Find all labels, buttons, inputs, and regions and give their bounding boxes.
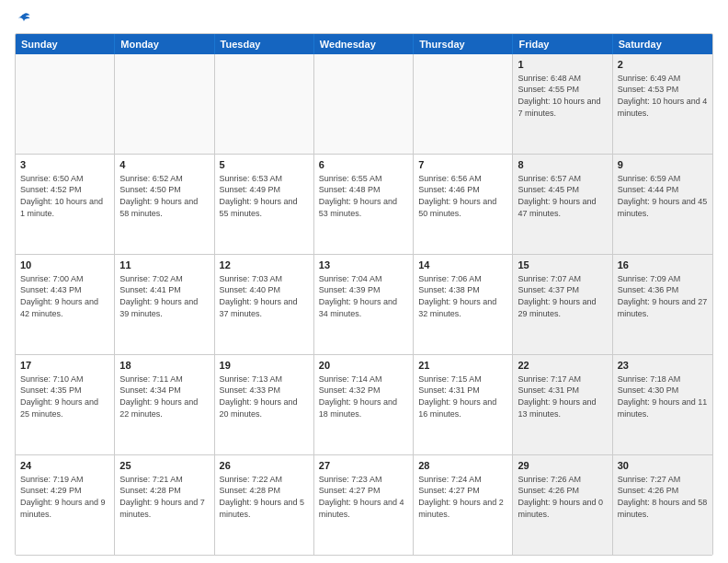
weekday-header-wednesday: Wednesday bbox=[314, 34, 414, 54]
day-number: 16 bbox=[618, 259, 708, 272]
calendar-cell-r3-c0: 17Sunrise: 7:10 AM Sunset: 4:35 PM Dayli… bbox=[16, 355, 115, 454]
calendar-cell-r0-c2 bbox=[215, 54, 314, 154]
calendar-cell-r4-c1: 25Sunrise: 7:21 AM Sunset: 4:28 PM Dayli… bbox=[115, 455, 214, 555]
weekday-header-monday: Monday bbox=[115, 34, 214, 54]
day-number: 27 bbox=[319, 459, 408, 473]
day-info: Sunrise: 7:18 AM Sunset: 4:30 PM Dayligh… bbox=[618, 373, 708, 419]
day-number: 7 bbox=[418, 158, 507, 172]
day-info: Sunrise: 7:10 AM Sunset: 4:35 PM Dayligh… bbox=[20, 373, 109, 419]
day-info: Sunrise: 6:55 AM Sunset: 4:48 PM Dayligh… bbox=[319, 173, 408, 219]
calendar-cell-r0-c3 bbox=[314, 54, 414, 154]
day-number: 24 bbox=[20, 459, 109, 473]
day-info: Sunrise: 7:09 AM Sunset: 4:36 PM Dayligh… bbox=[618, 273, 708, 319]
day-number: 22 bbox=[518, 359, 607, 373]
weekday-header-friday: Friday bbox=[513, 34, 612, 54]
calendar-cell-r4-c2: 26Sunrise: 7:22 AM Sunset: 4:28 PM Dayli… bbox=[215, 455, 314, 555]
day-number: 1 bbox=[518, 58, 607, 72]
day-number: 21 bbox=[418, 359, 507, 373]
calendar-cell-r2-c1: 11Sunrise: 7:02 AM Sunset: 4:41 PM Dayli… bbox=[115, 255, 214, 354]
day-number: 9 bbox=[618, 158, 708, 172]
day-number: 14 bbox=[418, 259, 507, 272]
day-info: Sunrise: 6:53 AM Sunset: 4:49 PM Dayligh… bbox=[220, 173, 309, 219]
calendar-cell-r3-c3: 20Sunrise: 7:14 AM Sunset: 4:32 PM Dayli… bbox=[314, 355, 414, 454]
day-info: Sunrise: 6:59 AM Sunset: 4:44 PM Dayligh… bbox=[618, 173, 708, 219]
calendar-cell-r1-c6: 9Sunrise: 6:59 AM Sunset: 4:44 PM Daylig… bbox=[613, 155, 712, 254]
calendar-cell-r2-c0: 10Sunrise: 7:00 AM Sunset: 4:43 PM Dayli… bbox=[16, 255, 115, 354]
calendar-cell-r3-c2: 19Sunrise: 7:13 AM Sunset: 4:33 PM Dayli… bbox=[215, 355, 314, 454]
logo-bird-icon bbox=[17, 11, 31, 26]
calendar-cell-r1-c0: 3Sunrise: 6:50 AM Sunset: 4:52 PM Daylig… bbox=[16, 155, 115, 254]
day-info: Sunrise: 7:03 AM Sunset: 4:40 PM Dayligh… bbox=[220, 273, 309, 319]
day-info: Sunrise: 7:17 AM Sunset: 4:31 PM Dayligh… bbox=[518, 373, 607, 419]
calendar-cell-r4-c0: 24Sunrise: 7:19 AM Sunset: 4:29 PM Dayli… bbox=[16, 455, 115, 555]
calendar-cell-r0-c0 bbox=[16, 54, 115, 154]
day-info: Sunrise: 6:56 AM Sunset: 4:46 PM Dayligh… bbox=[418, 173, 507, 219]
calendar-cell-r2-c2: 12Sunrise: 7:03 AM Sunset: 4:40 PM Dayli… bbox=[215, 255, 314, 354]
weekday-header-tuesday: Tuesday bbox=[215, 34, 314, 54]
day-number: 23 bbox=[618, 359, 708, 373]
calendar-header: SundayMondayTuesdayWednesdayThursdayFrid… bbox=[16, 34, 712, 54]
day-number: 17 bbox=[20, 359, 109, 373]
calendar-row-0: 1Sunrise: 6:48 AM Sunset: 4:55 PM Daylig… bbox=[16, 54, 712, 155]
day-number: 18 bbox=[119, 359, 209, 373]
day-info: Sunrise: 7:00 AM Sunset: 4:43 PM Dayligh… bbox=[20, 273, 109, 319]
day-number: 10 bbox=[20, 259, 109, 272]
day-number: 4 bbox=[119, 158, 209, 172]
day-info: Sunrise: 7:21 AM Sunset: 4:28 PM Dayligh… bbox=[119, 474, 209, 520]
logo bbox=[15, 11, 31, 26]
calendar-row-4: 24Sunrise: 7:19 AM Sunset: 4:29 PM Dayli… bbox=[16, 455, 712, 555]
day-info: Sunrise: 7:15 AM Sunset: 4:31 PM Dayligh… bbox=[418, 373, 507, 419]
calendar-cell-r4-c6: 30Sunrise: 7:27 AM Sunset: 4:26 PM Dayli… bbox=[613, 455, 712, 555]
day-info: Sunrise: 6:57 AM Sunset: 4:45 PM Dayligh… bbox=[518, 173, 607, 219]
day-info: Sunrise: 6:49 AM Sunset: 4:53 PM Dayligh… bbox=[618, 73, 708, 119]
day-number: 2 bbox=[618, 58, 708, 72]
day-number: 25 bbox=[119, 459, 209, 473]
day-info: Sunrise: 7:02 AM Sunset: 4:41 PM Dayligh… bbox=[119, 273, 209, 319]
calendar-cell-r2-c5: 15Sunrise: 7:07 AM Sunset: 4:37 PM Dayli… bbox=[513, 255, 612, 354]
calendar-cell-r2-c3: 13Sunrise: 7:04 AM Sunset: 4:39 PM Dayli… bbox=[314, 255, 414, 354]
day-info: Sunrise: 7:22 AM Sunset: 4:28 PM Dayligh… bbox=[220, 474, 309, 520]
calendar-row-1: 3Sunrise: 6:50 AM Sunset: 4:52 PM Daylig… bbox=[16, 155, 712, 255]
calendar: SundayMondayTuesdayWednesdayThursdayFrid… bbox=[15, 33, 713, 556]
calendar-cell-r4-c3: 27Sunrise: 7:23 AM Sunset: 4:27 PM Dayli… bbox=[314, 455, 414, 555]
day-info: Sunrise: 6:48 AM Sunset: 4:55 PM Dayligh… bbox=[518, 73, 607, 119]
day-info: Sunrise: 6:50 AM Sunset: 4:52 PM Dayligh… bbox=[20, 173, 109, 219]
day-info: Sunrise: 7:24 AM Sunset: 4:27 PM Dayligh… bbox=[418, 474, 507, 520]
day-number: 30 bbox=[618, 459, 708, 473]
weekday-header-sunday: Sunday bbox=[16, 34, 115, 54]
day-number: 13 bbox=[319, 259, 408, 272]
day-number: 26 bbox=[220, 459, 309, 473]
calendar-row-3: 17Sunrise: 7:10 AM Sunset: 4:35 PM Dayli… bbox=[16, 355, 712, 455]
day-number: 29 bbox=[518, 459, 607, 473]
calendar-cell-r3-c4: 21Sunrise: 7:15 AM Sunset: 4:31 PM Dayli… bbox=[414, 355, 513, 454]
day-info: Sunrise: 7:11 AM Sunset: 4:34 PM Dayligh… bbox=[119, 373, 209, 419]
calendar-cell-r0-c6: 2Sunrise: 6:49 AM Sunset: 4:53 PM Daylig… bbox=[613, 54, 712, 154]
day-info: Sunrise: 7:19 AM Sunset: 4:29 PM Dayligh… bbox=[20, 474, 109, 520]
day-info: Sunrise: 7:07 AM Sunset: 4:37 PM Dayligh… bbox=[518, 273, 607, 319]
calendar-cell-r2-c6: 16Sunrise: 7:09 AM Sunset: 4:36 PM Dayli… bbox=[613, 255, 712, 354]
day-number: 11 bbox=[119, 259, 209, 272]
calendar-cell-r0-c5: 1Sunrise: 6:48 AM Sunset: 4:55 PM Daylig… bbox=[513, 54, 612, 154]
day-number: 12 bbox=[220, 259, 309, 272]
day-info: Sunrise: 7:06 AM Sunset: 4:38 PM Dayligh… bbox=[418, 273, 507, 319]
calendar-cell-r1-c2: 5Sunrise: 6:53 AM Sunset: 4:49 PM Daylig… bbox=[215, 155, 314, 254]
calendar-cell-r4-c4: 28Sunrise: 7:24 AM Sunset: 4:27 PM Dayli… bbox=[414, 455, 513, 555]
calendar-cell-r1-c5: 8Sunrise: 6:57 AM Sunset: 4:45 PM Daylig… bbox=[513, 155, 612, 254]
day-number: 20 bbox=[319, 359, 408, 373]
day-number: 28 bbox=[418, 459, 507, 473]
calendar-body: 1Sunrise: 6:48 AM Sunset: 4:55 PM Daylig… bbox=[16, 54, 712, 555]
day-info: Sunrise: 7:23 AM Sunset: 4:27 PM Dayligh… bbox=[319, 474, 408, 520]
header bbox=[15, 11, 713, 26]
day-info: Sunrise: 7:26 AM Sunset: 4:26 PM Dayligh… bbox=[518, 474, 607, 520]
day-info: Sunrise: 7:14 AM Sunset: 4:32 PM Dayligh… bbox=[319, 373, 408, 419]
day-number: 8 bbox=[518, 158, 607, 172]
calendar-cell-r1-c3: 6Sunrise: 6:55 AM Sunset: 4:48 PM Daylig… bbox=[314, 155, 414, 254]
day-number: 3 bbox=[20, 158, 109, 172]
day-info: Sunrise: 7:27 AM Sunset: 4:26 PM Dayligh… bbox=[618, 474, 708, 520]
calendar-cell-r3-c5: 22Sunrise: 7:17 AM Sunset: 4:31 PM Dayli… bbox=[513, 355, 612, 454]
calendar-cell-r3-c6: 23Sunrise: 7:18 AM Sunset: 4:30 PM Dayli… bbox=[613, 355, 712, 454]
calendar-cell-r3-c1: 18Sunrise: 7:11 AM Sunset: 4:34 PM Dayli… bbox=[115, 355, 214, 454]
day-info: Sunrise: 6:52 AM Sunset: 4:50 PM Dayligh… bbox=[119, 173, 209, 219]
page: SundayMondayTuesdayWednesdayThursdayFrid… bbox=[0, 0, 728, 563]
calendar-cell-r2-c4: 14Sunrise: 7:06 AM Sunset: 4:38 PM Dayli… bbox=[414, 255, 513, 354]
